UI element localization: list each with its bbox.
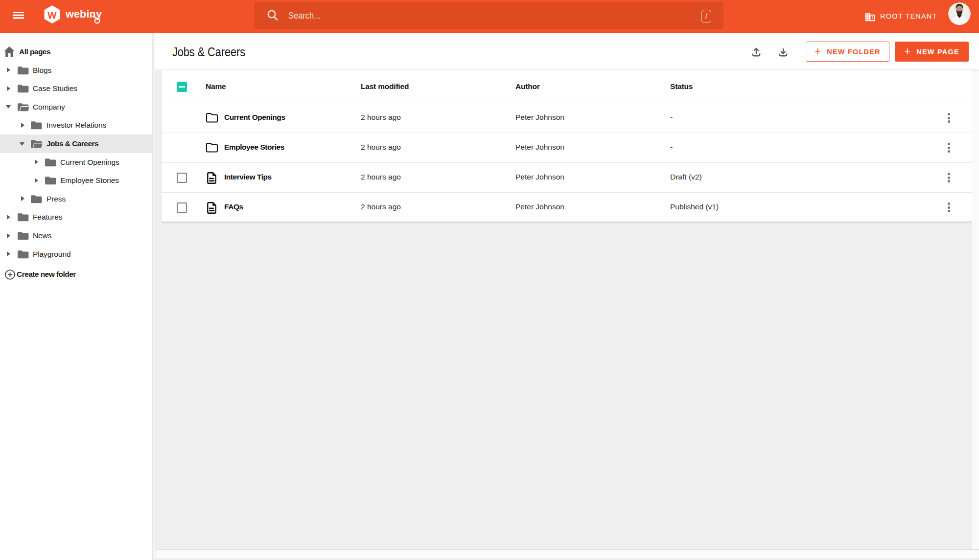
svg-text:w: w	[47, 8, 57, 21]
